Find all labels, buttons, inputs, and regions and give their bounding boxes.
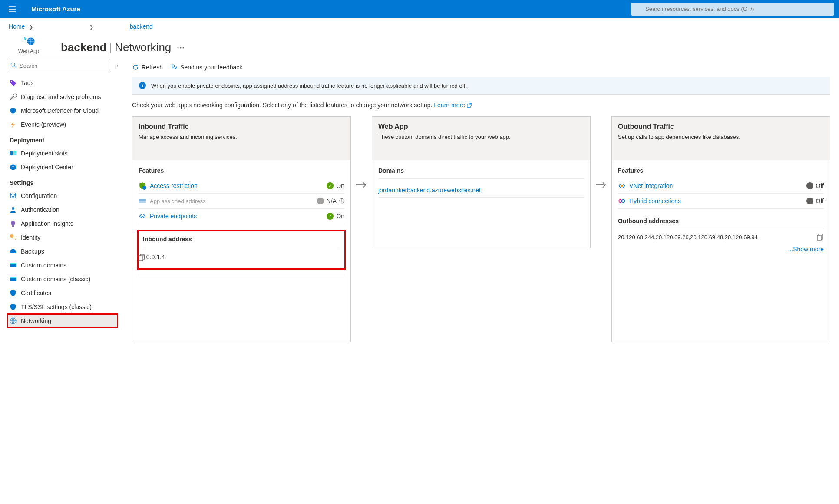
domain-icon bbox=[10, 262, 17, 269]
shield-icon bbox=[10, 303, 17, 310]
svg-point-10 bbox=[10, 194, 12, 195]
svg-point-22 bbox=[172, 65, 175, 67]
sidebar-item-deployment-center[interactable]: Deployment Center bbox=[7, 160, 118, 174]
sidebar-item-tls[interactable]: TLS/SSL settings (classic) bbox=[7, 300, 118, 314]
breadcrumb-resource[interactable]: backend bbox=[130, 23, 153, 30]
svg-rect-27 bbox=[139, 199, 146, 201]
more-icon[interactable] bbox=[177, 47, 184, 49]
svg-point-3 bbox=[178, 47, 179, 48]
svg-point-30 bbox=[621, 185, 623, 187]
svg-point-13 bbox=[12, 207, 14, 210]
key-icon bbox=[10, 234, 17, 241]
show-more-link[interactable]: ...Show more bbox=[618, 246, 824, 253]
hybrid-connections-link[interactable]: Hybrid connections bbox=[629, 198, 681, 204]
app-assigned-address-label: App assigned address bbox=[150, 198, 206, 204]
vnet-icon bbox=[618, 182, 626, 190]
lightning-icon bbox=[10, 121, 17, 128]
sidebar-item-deployment-slots[interactable]: Deployment slots bbox=[7, 146, 118, 160]
svg-rect-18 bbox=[10, 263, 16, 264]
svg-point-14 bbox=[11, 221, 15, 225]
address-icon bbox=[139, 197, 146, 205]
sidebar-item-identity[interactable]: Identity bbox=[7, 231, 118, 244]
domain-link[interactable]: jordanntierbackend.azurewebsites.net bbox=[378, 183, 584, 198]
endpoint-icon bbox=[139, 212, 146, 220]
shield-icon bbox=[139, 182, 146, 190]
refresh-button[interactable]: Refresh bbox=[132, 64, 163, 71]
copy-icon[interactable] bbox=[817, 234, 824, 241]
resource-type-label: Web App bbox=[18, 48, 39, 54]
box-icon bbox=[10, 164, 17, 171]
refresh-icon bbox=[132, 64, 139, 71]
svg-point-25 bbox=[142, 186, 146, 190]
sidebar-search-input[interactable] bbox=[7, 59, 110, 72]
svg-rect-9 bbox=[13, 151, 16, 155]
webapp-icon bbox=[22, 33, 35, 46]
sidebar-item-events[interactable]: Events (preview) bbox=[7, 118, 118, 132]
sidebar-item-backups[interactable]: Backups bbox=[7, 244, 118, 258]
feedback-button[interactable]: Send us your feedback bbox=[171, 64, 242, 71]
svg-point-16 bbox=[10, 234, 13, 238]
main-content: Refresh Send us your feedback i When you… bbox=[125, 59, 839, 351]
access-restriction-link[interactable]: Access restriction bbox=[150, 182, 198, 189]
shield-icon bbox=[10, 290, 17, 296]
hamburger-icon[interactable] bbox=[5, 6, 19, 12]
svg-point-12 bbox=[14, 194, 16, 196]
breadcrumb-home[interactable]: Home bbox=[9, 23, 25, 30]
status-on-icon: ✓ bbox=[327, 213, 334, 220]
svg-rect-20 bbox=[10, 277, 16, 278]
page-title: backend|Networking bbox=[61, 41, 171, 54]
tag-icon bbox=[10, 79, 17, 86]
svg-text:i: i bbox=[142, 83, 143, 88]
search-icon bbox=[10, 62, 17, 68]
outbound-addresses-value: 20.120.68.244,20.120.69.26,20.120.69.48,… bbox=[618, 234, 758, 241]
info-icon[interactable]: ⓘ bbox=[339, 198, 344, 205]
info-icon: i bbox=[139, 82, 146, 89]
private-endpoints-link[interactable]: Private endpoints bbox=[150, 213, 197, 220]
sidebar-item-diagnose[interactable]: Diagnose and solve problems bbox=[7, 90, 118, 104]
status-on-icon: ✓ bbox=[327, 182, 334, 189]
inbound-address-highlight: Inbound address 10.0.1.4 bbox=[137, 230, 346, 270]
sidebar-item-networking[interactable]: Networking bbox=[7, 314, 118, 328]
sidebar-item-certificates[interactable]: Certificates bbox=[7, 286, 118, 300]
sidebar-item-custom-domains[interactable]: Custom domains bbox=[7, 258, 118, 272]
sidebar-section-deployment: Deployment bbox=[7, 132, 118, 146]
inbound-traffic-card: Inbound Traffic Manage access and incomi… bbox=[132, 116, 351, 342]
vnet-integration-link[interactable]: VNet integration bbox=[629, 182, 673, 189]
bulb-icon bbox=[10, 220, 17, 227]
breadcrumb: Home ❯ ❯ backend bbox=[0, 18, 839, 32]
svg-point-11 bbox=[12, 196, 14, 198]
arrow-right-icon bbox=[356, 116, 367, 188]
sidebar-item-configuration[interactable]: Configuration bbox=[7, 189, 118, 203]
status-off-icon bbox=[806, 182, 813, 189]
sidebar-item-insights[interactable]: Application Insights bbox=[7, 217, 118, 231]
shield-icon bbox=[10, 107, 17, 114]
brand-label: Microsoft Azure bbox=[31, 5, 80, 13]
chevron-right-icon: ❯ bbox=[89, 24, 93, 30]
sidebar-item-authentication[interactable]: Authentication bbox=[7, 203, 118, 217]
sidebar-item-tags[interactable]: Tags bbox=[7, 76, 118, 90]
feedback-icon bbox=[171, 64, 178, 71]
svg-rect-29 bbox=[139, 256, 143, 261]
info-banner: i When you enable private endpoints, app… bbox=[132, 77, 830, 95]
svg-rect-34 bbox=[817, 235, 821, 240]
svg-point-4 bbox=[180, 47, 182, 48]
intro-text: Check your web app's networking configur… bbox=[132, 102, 830, 109]
sidebar-item-custom-domains-classic[interactable]: Custom domains (classic) bbox=[7, 272, 118, 286]
learn-more-link[interactable]: Learn more bbox=[434, 102, 471, 109]
svg-point-32 bbox=[622, 200, 625, 203]
collapse-sidebar-icon[interactable]: « bbox=[115, 62, 118, 69]
wrench-icon bbox=[10, 93, 17, 100]
copy-icon[interactable] bbox=[139, 254, 342, 262]
chevron-right-icon: ❯ bbox=[29, 24, 33, 30]
svg-rect-15 bbox=[12, 225, 14, 227]
svg-rect-8 bbox=[10, 151, 13, 155]
sidebar-section-settings: Settings bbox=[7, 174, 118, 189]
slots-icon bbox=[10, 150, 17, 157]
arrow-right-icon bbox=[596, 116, 606, 188]
global-search-input[interactable] bbox=[631, 3, 834, 16]
sidebar-item-defender[interactable]: Microsoft Defender for Cloud bbox=[7, 104, 118, 118]
top-bar: Microsoft Azure bbox=[0, 0, 839, 18]
person-icon bbox=[10, 206, 17, 213]
status-off-icon bbox=[806, 198, 813, 204]
svg-point-31 bbox=[619, 200, 622, 203]
